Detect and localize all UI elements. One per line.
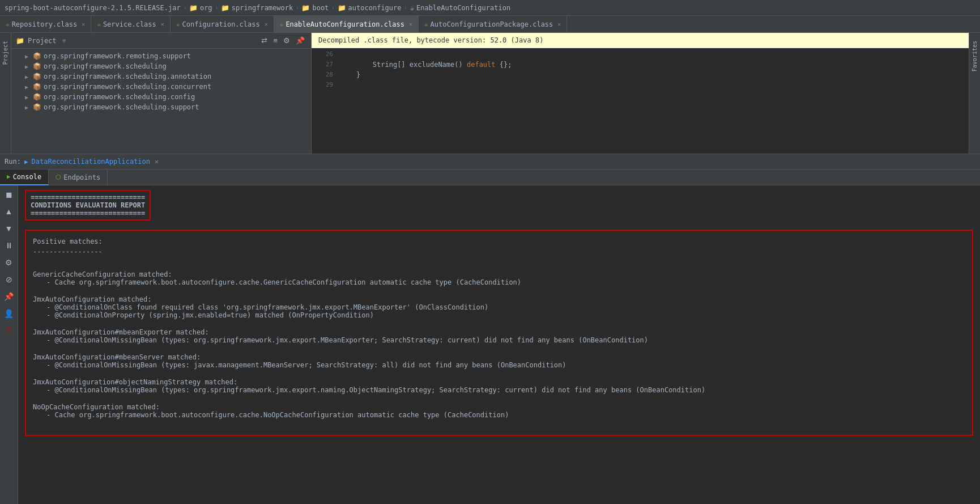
tab-icon-configuration: ☕ [176,20,180,28]
tab-icon-service: ☕ [97,20,101,28]
breadcrumb-classname[interactable]: EnableAutoConfiguration [416,4,510,12]
vert-tab-favorites[interactable]: Favorites [970,37,979,75]
breadcrumb-class-icon: ☕ [410,4,414,12]
tree-item-scheduling-annotation[interactable]: ▶ 📦 org.springframework.scheduling.annot… [11,71,311,82]
breadcrumb-folder-icon4: 📁 [338,4,346,12]
tab-enableautoconf[interactable]: ☕ EnableAutoConfiguration.class ✕ [274,16,419,33]
breadcrumb-org[interactable]: org [200,4,212,12]
sidebar-title: Project [28,37,57,45]
tree-item-label: org.springframework.remoting.support [44,52,191,60]
positive-matches-box: Positive matches: ----------------- Gene… [25,230,973,436]
match-name-1: JmxAutoConfiguration matched: [33,295,965,303]
settings-console-button[interactable]: ⚙ [2,256,16,269]
pin-button[interactable]: 📌 [294,36,306,45]
editor-area: Decompiled .class file, bytecode version… [312,33,969,154]
tab-label-service: Service.class [103,20,156,28]
tab-close-enableautoconf[interactable]: ✕ [409,21,412,27]
match-detail-0-0: - Cache org.springframework.boot.autocon… [33,278,965,286]
match-name-3: JmxAutoConfiguration#mbeanServer matched… [33,353,965,361]
tree-item-label: org.springframework.scheduling [44,62,167,70]
sidebar-dropdown-icon[interactable]: ▼ [62,37,66,45]
tab-close-configuration[interactable]: ✕ [265,21,268,27]
code-line-29: 29 [312,81,969,91]
match-name-2: JmxAutoConfiguration#mbeanExporter match… [33,328,965,336]
tab-repository[interactable]: ☕ Repository.class ✕ [0,16,91,33]
tab-autoconfigpackage[interactable]: ☕ AutoConfigurationPackage.class ✕ [419,16,567,33]
tab-service[interactable]: ☕ Service.class ✕ [91,16,171,33]
collapse-button[interactable]: ≡ [271,36,279,45]
tree-item-scheduling-concurrent[interactable]: ▶ 📦 org.springframework.scheduling.concu… [11,82,311,92]
match-detail-2-0: - @ConditionalOnMissingBean (types: org.… [33,336,965,344]
line-num-28: 28 [312,71,340,78]
sidebar: 📁 Project ▼ ⇄ ≡ ⚙ 📌 ▶ 📦 org.springframew… [11,33,312,154]
run-app-name[interactable]: DataReconciliationApplication [32,158,151,166]
console-wrapper: ◼ ▲ ▼ ⏸ ⚙ ⊘ 📌 👤 ✕ ======================… [0,185,980,504]
run-close-button[interactable]: ✕ [155,158,159,166]
breadcrumb-folder-icon2: 📁 [221,4,229,12]
sidebar-folder-icon: 📁 [16,37,24,45]
scroll-up-button[interactable]: ▲ [2,205,16,218]
code-view[interactable]: 26 27 String[] excludeName() default {};… [312,48,969,154]
match-entry-3: JmxAutoConfiguration#mbeanServer matched… [33,353,965,369]
tree-arrow: ▶ [25,94,31,100]
pause-button[interactable]: ⏸ [2,239,16,252]
tab-close-service[interactable]: ✕ [161,21,164,27]
line-content-28: } [340,71,969,79]
tree-item-scheduling[interactable]: ▶ 📦 org.springframework.scheduling [11,61,311,71]
line-num-27: 27 [312,61,340,68]
person-button[interactable]: 👤 [2,307,16,320]
code-line-27: 27 String[] excludeName() default {}; [312,61,969,71]
tree-arrow: ▶ [25,53,31,60]
pin-console-button[interactable]: 📌 [2,290,16,303]
tree-item-scheduling-support[interactable]: ▶ 📦 org.springframework.scheduling.suppo… [11,102,311,112]
decompile-banner: Decompiled .class file, bytecode version… [312,33,969,48]
bottom-tabs: ▶ Console ⬡ Endpoints [0,170,980,185]
package-icon: 📦 [33,52,41,60]
tree-item-label: org.springframework.scheduling.annotatio… [44,73,211,81]
package-icon: 📦 [33,62,41,70]
breadcrumb-autoconfigure[interactable]: autoconfigure [348,4,402,12]
match-entry-2: JmxAutoConfiguration#mbeanExporter match… [33,328,965,344]
breadcrumb-bar: spring-boot-autoconfigure-2.1.5.RELEASE.… [0,0,980,16]
tab-endpoints[interactable]: ⬡ Endpoints [49,170,108,185]
package-icon: 📦 [33,83,41,91]
left-vertical-tabs: Project [0,33,11,154]
conditions-line2: CONDITIONS EVALUATION REPORT [31,201,145,209]
breadcrumb-boot[interactable]: boot [312,4,329,12]
console-icon: ▶ [7,173,11,180]
tab-close-autoconfigpackage[interactable]: ✕ [557,21,561,27]
tab-endpoints-label: Endpoints [63,173,100,181]
tree-item-scheduling-config[interactable]: ▶ 📦 org.springframework.scheduling.confi… [11,92,311,102]
conditions-line1: ============================ [31,193,145,201]
sidebar-header: 📁 Project ▼ ⇄ ≡ ⚙ 📌 [11,33,311,49]
settings-button[interactable]: ⚙ [282,36,292,45]
console-content[interactable]: ============================ CONDITIONS … [18,185,980,504]
code-line-28: 28 } [312,71,969,81]
vert-tab-project[interactable]: Project [1,37,10,68]
match-detail-4-0: - @ConditionalOnMissingBean (types: org.… [33,386,965,394]
package-icon: 📦 [33,103,41,111]
endpoints-icon: ⬡ [56,173,61,181]
tab-console[interactable]: ▶ Console [0,170,49,185]
line-content-27: String[] excludeName() default {}; [340,61,969,69]
console-left-toolbar: ◼ ▲ ▼ ⏸ ⚙ ⊘ 📌 👤 ✕ [0,185,18,504]
tab-label-enableautoconf: EnableAutoConfiguration.class [286,20,404,28]
positive-matches-title: Positive matches: [33,238,965,245]
sync-button[interactable]: ⇄ [259,36,269,45]
scroll-down-button[interactable]: ▼ [2,222,16,235]
conditions-report-box: ============================ CONDITIONS … [25,190,151,221]
match-name-5: NoOpCacheConfiguration matched: [33,403,965,411]
breadcrumb-springframework[interactable]: springframework [232,4,293,12]
tab-configuration[interactable]: ☕ Configuration.class ✕ [171,16,274,33]
stop-button[interactable]: ◼ [2,188,16,201]
sidebar-toolbar: ⇄ ≡ ⚙ 📌 [259,36,306,45]
editor-tabs: ☕ Repository.class ✕ ☕ Service.class ✕ ☕… [0,16,980,33]
x-mark-icon[interactable]: ✕ [6,324,11,333]
tree-arrow: ▶ [25,74,31,80]
match-entry-4: JmxAutoConfiguration#objectNamingStrateg… [33,378,965,394]
breadcrumb-jar[interactable]: spring-boot-autoconfigure-2.1.5.RELEASE.… [5,4,181,12]
tree-item-label: org.springframework.scheduling.support [44,103,199,111]
clear-console-button[interactable]: ⊘ [2,273,16,286]
tab-close-repository[interactable]: ✕ [82,21,85,27]
tree-item-remoting-support[interactable]: ▶ 📦 org.springframework.remoting.support [11,51,311,61]
